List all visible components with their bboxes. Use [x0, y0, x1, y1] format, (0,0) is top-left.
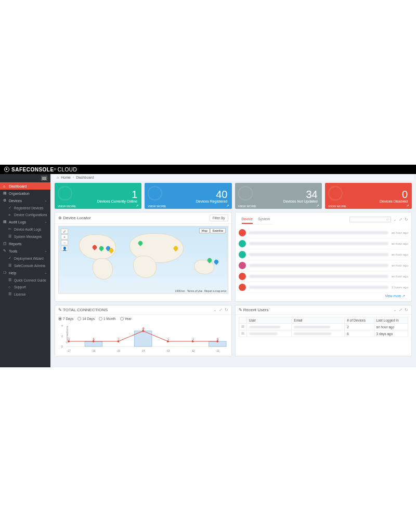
external-icon[interactable]: ↗: [226, 204, 229, 208]
stat-label: Devices Currently Online: [97, 200, 137, 203]
sidebar-item-system-messages[interactable]: ☰System Messages: [0, 233, 50, 240]
chevron-down-icon[interactable]: ⌄: [393, 217, 397, 222]
radio-7days[interactable]: 7 Days: [58, 317, 73, 321]
col-last[interactable]: Last Logged In: [374, 317, 408, 324]
refresh-icon[interactable]: ↻: [225, 308, 228, 312]
table-row[interactable]: ⊞63 days ago: [239, 330, 408, 337]
search-input[interactable]: [349, 217, 391, 222]
map-pin-icon[interactable]: [213, 259, 219, 264]
activity-icon: [239, 273, 246, 280]
sidebar-item-tools[interactable]: ✎Tools⌄: [0, 247, 50, 255]
breadcrumb-sep: ›: [73, 176, 74, 179]
sidebar-item-label: Audit Logs: [9, 220, 26, 224]
panel-activity: Device System ⌄⤢↻ an hour ago an hour ag…: [235, 212, 412, 302]
expand-icon[interactable]: ⊞: [239, 330, 246, 337]
sidebar-item-admins[interactable]: ☰SafeConsole Admins: [0, 262, 50, 269]
sidebar-item-devices[interactable]: ⚙Devices⌄: [0, 197, 50, 204]
chevron-down-icon[interactable]: ⌄: [213, 308, 217, 312]
feed-row[interactable]: an hour ago: [239, 260, 409, 271]
expand-icon[interactable]: ⤢: [399, 217, 402, 222]
activity-text: [249, 275, 388, 278]
map-type-map[interactable]: Map: [199, 228, 210, 233]
feed-row[interactable]: an hour ago: [239, 228, 409, 238]
svg-point-23: [192, 340, 194, 342]
map-report[interactable]: Report a map error: [204, 289, 226, 292]
sidebar-item-label: Device Configurations: [14, 213, 47, 217]
activity-text: [249, 253, 388, 256]
expand-icon[interactable]: ⤢: [399, 308, 402, 312]
check-circle-icon: [58, 186, 72, 201]
filter-by-button[interactable]: Filter By: [210, 215, 228, 221]
svg-point-15: [93, 340, 95, 342]
svg-text:-17: -17: [67, 349, 71, 352]
sidebar-item-dashboard[interactable]: ⌂Dashboard: [0, 182, 50, 190]
sidebar-item-support[interactable]: ○Support: [0, 284, 50, 290]
svg-point-21: [167, 340, 169, 342]
card-not-updated[interactable]: 34 Devices Not Updated VIEW MORE ↗: [235, 183, 322, 209]
external-icon[interactable]: ↗: [406, 204, 409, 208]
feed-row[interactable]: an hour ago: [239, 271, 409, 282]
view-more-link[interactable]: VIEW MORE: [238, 205, 256, 208]
view-more-link[interactable]: VIEW MORE: [58, 205, 76, 208]
tab-system[interactable]: System: [258, 216, 270, 224]
refresh-icon[interactable]: ↻: [405, 217, 408, 222]
svg-text:2: 2: [61, 335, 63, 338]
map-type-satellite[interactable]: Satellite: [210, 228, 225, 233]
sidebar-item-label: Reports: [9, 242, 22, 246]
chevron-down-icon[interactable]: ⌄: [393, 308, 397, 312]
sidebar-item-label: Help: [9, 271, 16, 275]
sidebar-item-audit-logs[interactable]: ▤Audit Logs⌄: [0, 218, 50, 225]
feed-row[interactable]: an hour ago: [239, 249, 409, 260]
stat-cards: 1 Devices Currently Online VIEW MORE ↗ 4…: [55, 183, 412, 209]
sidebar-item-label: Device Audit Logs: [14, 228, 41, 231]
sidebar-item-registered-devices[interactable]: ✓Registered Devices: [0, 204, 50, 211]
map-zoom-controls[interactable]: ⤢+−👤: [61, 229, 68, 251]
external-icon[interactable]: ↗: [136, 204, 139, 208]
activity-text: [249, 264, 388, 267]
view-more-link[interactable]: VIEW MORE: [328, 205, 346, 208]
card-online[interactable]: 1 Devices Currently Online VIEW MORE ↗: [55, 183, 141, 209]
breadcrumb-home[interactable]: Home: [61, 176, 71, 179]
expand-icon[interactable]: ⊞: [239, 324, 246, 330]
help-icon: ❍: [3, 271, 7, 275]
expand-icon[interactable]: ⤢: [219, 308, 223, 312]
svg-point-17: [118, 340, 120, 342]
svg-text:-16: -16: [92, 349, 95, 352]
feed-row[interactable]: an hour ago: [239, 238, 409, 249]
sidebar-toggle-icon[interactable]: [41, 176, 47, 181]
radio-1month[interactable]: 1 Month: [99, 317, 116, 321]
brand-suffix: CLOUD: [58, 167, 77, 172]
card-disabled[interactable]: 0 Devices Disabled VIEW MORE ↗: [325, 183, 412, 209]
tab-device[interactable]: Device: [242, 216, 253, 224]
chart-ylabel: Connections: [66, 326, 69, 343]
sidebar-item-organization[interactable]: ▤Organization: [0, 190, 50, 197]
col-email[interactable]: Email: [292, 317, 345, 324]
sidebar-item-label: Support: [14, 285, 26, 289]
sidebar-item-label: Organization: [9, 192, 30, 195]
external-icon[interactable]: ↗: [316, 204, 319, 208]
panel-title: Recent Users: [243, 308, 268, 312]
col-user[interactable]: User: [246, 317, 292, 324]
svg-text:-15: -15: [116, 349, 120, 352]
map-terms[interactable]: Terms of Use: [187, 289, 202, 292]
view-more-link[interactable]: View more ↗: [239, 293, 409, 299]
view-more-link[interactable]: VIEW MORE: [148, 205, 166, 208]
stat-value: 1: [132, 189, 137, 200]
feed-row[interactable]: 2 hours ago: [239, 282, 409, 293]
refresh-icon[interactable]: ↻: [405, 308, 408, 312]
card-registered[interactable]: 40 Devices Registered VIEW MORE ↗: [145, 183, 231, 209]
col-devices[interactable]: # of Devices: [345, 317, 374, 324]
map-canvas[interactable]: ⤢+−👤 MapSatellite: [58, 226, 228, 294]
table-row[interactable]: ⊞2an hour ago: [239, 324, 408, 330]
sidebar-item-quick-connect[interactable]: ☰Quick Connect Guide: [0, 276, 50, 284]
radio-14days[interactable]: 14 Days: [77, 317, 95, 321]
sidebar-item-reports[interactable]: ◫Reports: [0, 240, 50, 247]
breadcrumb-current: Dashboard: [76, 176, 94, 179]
sidebar-item-deployment-wizard[interactable]: ✓Deployment Wizard: [0, 255, 50, 262]
sidebar-item-license[interactable]: ☰License: [0, 290, 50, 298]
sidebar-item-help[interactable]: ❍Help⌄: [0, 269, 50, 276]
sidebar-item-device-audit-logs[interactable]: ✂Device Audit Logs: [0, 225, 50, 233]
sidebar-item-device-configurations[interactable]: ≡Device Configurations: [0, 211, 50, 218]
connections-chart: Connections 024131-1-1-1-3-1-1-1-17-16-1…: [59, 323, 227, 353]
radio-year[interactable]: Year: [120, 317, 132, 321]
